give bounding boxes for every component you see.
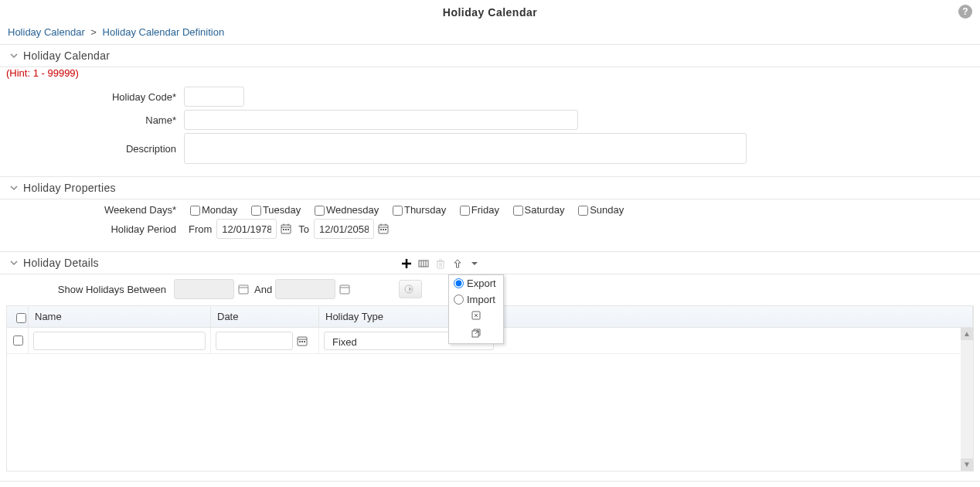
holiday-code-input[interactable] <box>184 87 244 107</box>
chevron-down-icon <box>9 183 19 192</box>
dropdown-excel-button[interactable] <box>449 308 503 325</box>
breadcrumb: Holiday Calendar > Holiday Calendar Defi… <box>0 22 980 43</box>
select-all-checkbox[interactable] <box>16 313 26 323</box>
scroll-up-button[interactable]: ▲ <box>961 328 973 340</box>
insert-multiple-button[interactable] <box>417 257 430 270</box>
row-date-input[interactable] <box>216 332 293 350</box>
checkbox-saturday[interactable] <box>513 206 523 216</box>
label-import: Import <box>467 294 495 305</box>
label-to: To <box>298 223 309 235</box>
label-show-between: Show Holidays Between <box>0 284 174 295</box>
svg-rect-13 <box>385 229 386 230</box>
section-title-details: Holiday Details <box>23 257 99 269</box>
dropdown-toggle-button[interactable] <box>468 257 481 270</box>
filter-to-input[interactable] <box>275 279 335 299</box>
radio-import[interactable] <box>454 295 464 305</box>
label-monday: Monday <box>202 204 237 216</box>
weekend-days-group: Monday Tuesday Wednesday Thursday Friday… <box>184 204 628 216</box>
period-from-input[interactable] <box>216 219 277 239</box>
svg-rect-6 <box>288 229 289 230</box>
section-toggle-details[interactable]: Holiday Details <box>0 252 980 274</box>
label-holiday-code: Holiday Code* <box>0 91 184 103</box>
checkbox-sunday[interactable] <box>578 206 588 216</box>
section-toggle-properties[interactable]: Holiday Properties <box>0 177 980 199</box>
col-type[interactable]: Holiday Type <box>319 306 973 327</box>
page-title: Holiday Calendar <box>0 0 980 19</box>
dropdown-open-button[interactable] <box>449 325 503 343</box>
dropdown-option-import[interactable]: Import <box>449 291 503 308</box>
checkbox-tuesday[interactable] <box>251 206 261 216</box>
row-name-input[interactable] <box>33 332 206 350</box>
radio-export[interactable] <box>454 278 464 288</box>
svg-rect-4 <box>283 229 284 230</box>
checkbox-wednesday[interactable] <box>315 206 325 216</box>
add-row-button[interactable] <box>400 257 413 270</box>
label-saturday: Saturday <box>525 204 565 216</box>
breadcrumb-current[interactable]: Holiday Calendar Definition <box>103 26 225 38</box>
label-wednesday: Wednesday <box>326 204 379 216</box>
row-checkbox[interactable] <box>13 335 23 346</box>
help-icon[interactable]: ? <box>958 5 972 19</box>
calendar-icon[interactable] <box>278 221 294 237</box>
svg-rect-12 <box>383 229 384 230</box>
label-name: Name* <box>0 114 184 126</box>
calendar-icon[interactable] <box>337 281 352 297</box>
svg-rect-18 <box>437 261 444 268</box>
calendar-icon[interactable] <box>294 333 310 349</box>
svg-rect-32 <box>299 341 301 342</box>
col-date[interactable]: Date <box>211 306 319 327</box>
section-title-properties: Holiday Properties <box>23 182 116 194</box>
filter-from-input[interactable] <box>174 279 234 299</box>
period-to-input[interactable] <box>314 219 374 239</box>
grid-scrollbar[interactable]: ▲ ▼ <box>961 328 973 471</box>
svg-rect-27 <box>340 285 349 294</box>
section-title-calendar: Holiday Calendar <box>23 49 110 62</box>
import-export-button[interactable] <box>451 257 464 270</box>
svg-rect-33 <box>301 341 303 342</box>
calendar-icon[interactable] <box>236 281 251 297</box>
svg-rect-5 <box>285 229 287 230</box>
svg-rect-34 <box>304 341 305 342</box>
label-and: And <box>254 284 272 295</box>
go-button[interactable] <box>399 280 422 298</box>
label-holiday-period: Holiday Period <box>0 223 184 235</box>
checkbox-thursday[interactable] <box>393 206 403 216</box>
label-thursday: Thursday <box>404 204 446 216</box>
delete-row-button[interactable] <box>434 257 447 270</box>
label-description: Description <box>0 143 184 155</box>
hint-text: (Hint: 1 - 99999) <box>0 67 980 82</box>
breadcrumb-separator: > <box>90 26 97 38</box>
label-export: Export <box>467 278 496 289</box>
section-toggle-calendar[interactable]: Holiday Calendar <box>0 45 980 66</box>
export-import-dropdown: Export Import <box>448 274 504 344</box>
label-sunday: Sunday <box>590 204 624 216</box>
label-friday: Friday <box>471 204 499 216</box>
section-toggle-exceptions[interactable]: Holiday Exceptions <box>0 482 980 487</box>
breadcrumb-root[interactable]: Holiday Calendar <box>8 26 85 38</box>
chevron-down-icon <box>9 258 19 267</box>
name-input[interactable] <box>184 110 578 130</box>
dropdown-option-export[interactable]: Export <box>449 275 503 291</box>
col-checkbox <box>7 306 29 327</box>
calendar-icon[interactable] <box>376 221 391 237</box>
checkbox-monday[interactable] <box>190 206 200 216</box>
svg-rect-11 <box>380 229 382 230</box>
scroll-down-button[interactable]: ▼ <box>961 458 973 471</box>
label-tuesday: Tuesday <box>263 204 301 216</box>
svg-rect-25 <box>239 285 248 294</box>
description-input[interactable] <box>184 133 747 164</box>
chevron-down-icon <box>9 51 19 60</box>
checkbox-friday[interactable] <box>460 206 470 216</box>
label-weekend-days: Weekend Days* <box>0 204 184 216</box>
col-name[interactable]: Name <box>29 306 211 327</box>
label-from: From <box>189 223 212 235</box>
